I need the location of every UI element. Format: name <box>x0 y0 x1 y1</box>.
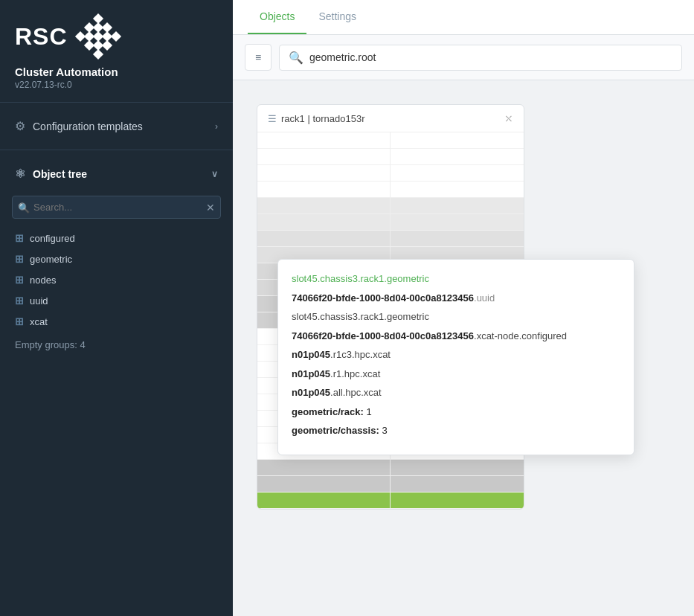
rack-title: rack1 | tornado153r <box>281 113 365 124</box>
rack-slot <box>391 149 524 165</box>
empty-groups-label: Empty groups: 4 <box>0 335 233 355</box>
rack-slot <box>391 231 524 247</box>
rack-close-icon[interactable]: ⤬ <box>504 112 513 124</box>
tree-search-area: 🔍 ✕ <box>12 196 221 219</box>
tree-item-configured[interactable]: ⊞ configured <box>0 228 233 248</box>
rack-list-icon: ☰ <box>268 113 277 124</box>
main-search-input[interactable] <box>309 51 672 63</box>
chevron-right-icon: › <box>215 121 218 132</box>
slot-tooltip: slot45.chassis3.rack1.geometric 74066f20… <box>277 259 634 455</box>
logo-diamond-icon <box>77 15 120 58</box>
sidebar-item-object-tree-label: Object tree <box>33 168 87 180</box>
tooltip-node3-suffix: .all.hpc.xcat <box>330 387 382 398</box>
sidebar-logo-area: RSC <box>0 0 233 65</box>
tree-expand-icon: ⊞ <box>15 315 24 327</box>
tree-expand-icon: ⊞ <box>15 274 24 286</box>
rack-slot <box>391 460 524 476</box>
tooltip-row-6: n01p045.r1.hpc.xcat <box>292 367 620 382</box>
tooltip-uuid-suffix: .uuid <box>474 292 495 304</box>
tooltip-row-8: geometric/rack: 1 <box>292 405 620 420</box>
tooltip-node2-suffix: .r1.hpc.xcat <box>330 368 380 379</box>
tree-icon: ⚛ <box>15 167 25 181</box>
rack-slot <box>257 231 390 247</box>
rack-slot <box>257 182 390 198</box>
tree-item-geometric[interactable]: ⊞ geometric <box>0 248 233 269</box>
app-info: Cluster Automation v22.07.13-rc.0 <box>0 65 233 94</box>
main-content: Objects Settings ≡ 🔍 ☰ rack1 | tornado15… <box>233 0 694 616</box>
tree-item-configured-label: configured <box>30 233 75 244</box>
tooltip-chassis-value: 3 <box>379 425 388 436</box>
sidebar-search-icon: 🔍 <box>18 202 30 213</box>
tree-item-xcat-label: xcat <box>30 316 48 327</box>
tooltip-slot-name-green: slot45 <box>292 273 318 284</box>
tree-search-clear-icon[interactable]: ✕ <box>206 202 215 214</box>
tree-expand-icon: ⊞ <box>15 232 24 244</box>
rack-slot <box>257 165 390 182</box>
tree-expand-icon: ⊞ <box>15 295 24 307</box>
tree-item-uuid-label: uuid <box>30 295 48 307</box>
logo-text: RSC <box>15 23 68 51</box>
rack-slot <box>391 132 524 149</box>
sidebar-item-config-templates[interactable]: ⚙ Configuration templates › <box>0 110 233 142</box>
rack-slot <box>391 214 524 231</box>
gear-icon: ⚙ <box>15 119 25 133</box>
app-version: v22.07.13-rc.0 <box>15 80 218 90</box>
rack-slot-highlight <box>257 493 390 509</box>
tooltip-row-9: geometric/chassis: 3 <box>292 423 620 438</box>
tooltip-uuid2-bold: 74066f20-bfde-1000-8d04-00c0a8123456 <box>292 330 474 341</box>
rack-slot <box>391 165 524 182</box>
tooltip-slot-suffix: .chassis3.rack1.geometric <box>318 311 429 322</box>
rack-slot <box>391 182 524 198</box>
sidebar-item-object-tree[interactable]: ⚛ Object tree ∨ <box>0 158 233 190</box>
tree-item-geometric-label: geometric <box>30 254 72 265</box>
rack-slot <box>257 214 390 231</box>
tooltip-node1-suffix: .r1c3.hpc.xcat <box>330 349 391 360</box>
sidebar-divider-1 <box>0 102 233 103</box>
sidebar: RSC <box>0 0 233 616</box>
menu-button[interactable]: ≡ <box>245 44 272 71</box>
rack-slot <box>257 132 390 149</box>
main-tabs: Objects Settings <box>233 0 694 35</box>
rack-slot <box>391 476 524 493</box>
tree-expand-icon: ⊞ <box>15 253 24 265</box>
tooltip-slot-label: slot45 <box>292 311 318 322</box>
tooltip-uuid-bold: 74066f20-bfde-1000-8d04-00c0a8123456 <box>292 292 474 304</box>
app-name: Cluster Automation <box>15 65 218 78</box>
rack-slot <box>257 149 390 165</box>
tooltip-rack-value: 1 <box>364 406 372 417</box>
rack-slot <box>257 476 390 493</box>
tooltip-rack-label: geometric/rack: <box>292 406 364 417</box>
hamburger-icon: ≡ <box>255 51 261 63</box>
tooltip-row-7: n01p045.all.hpc.xcat <box>292 385 620 400</box>
sidebar-divider-2 <box>0 150 233 150</box>
main-search-bar: ≡ 🔍 <box>233 35 694 80</box>
tooltip-row-1: slot45.chassis3.rack1.geometric <box>292 272 620 286</box>
chevron-down-icon: ∨ <box>211 169 218 179</box>
tooltip-node3-bold: n01p045 <box>292 387 330 398</box>
tooltip-chassis-label: geometric/chassis: <box>292 425 379 436</box>
tab-objects[interactable]: Objects <box>248 0 306 34</box>
tree-item-uuid[interactable]: ⊞ uuid <box>0 290 233 311</box>
tooltip-row-5: n01p045.r1c3.hpc.xcat <box>292 347 620 362</box>
tooltip-slot-path-green: .chassis3.rack1.geometric <box>318 273 429 284</box>
tree-item-nodes-label: nodes <box>30 275 56 286</box>
tree-items-list: ⊞ configured ⊞ geometric ⊞ nodes ⊞ uuid … <box>0 225 233 335</box>
rack-slot <box>257 460 390 476</box>
tree-search-input[interactable] <box>12 196 221 219</box>
rack-slot-highlight <box>391 493 524 509</box>
tree-item-nodes[interactable]: ⊞ nodes <box>0 269 233 290</box>
rack-slot <box>391 198 524 214</box>
tab-settings[interactable]: Settings <box>306 0 368 34</box>
tooltip-row-2: 74066f20-bfde-1000-8d04-00c0a8123456.uui… <box>292 291 620 306</box>
tree-item-xcat[interactable]: ⊞ xcat <box>0 311 233 332</box>
search-icon: 🔍 <box>289 51 303 65</box>
rack-panel-header: ☰ rack1 | tornado153r ⤬ <box>257 105 524 132</box>
rack-slot <box>257 198 390 214</box>
tooltip-row-3: slot45.chassis3.rack1.geometric <box>292 309 620 324</box>
tooltip-uuid2-suffix: .xcat-node.configured <box>474 330 567 341</box>
tooltip-node1-bold: n01p045 <box>292 349 330 360</box>
sidebar-item-config-templates-label: Configuration templates <box>33 121 143 132</box>
search-field: 🔍 <box>279 45 682 71</box>
tooltip-row-4: 74066f20-bfde-1000-8d04-00c0a8123456.xca… <box>292 329 620 344</box>
tooltip-node2-bold: n01p045 <box>292 368 330 379</box>
